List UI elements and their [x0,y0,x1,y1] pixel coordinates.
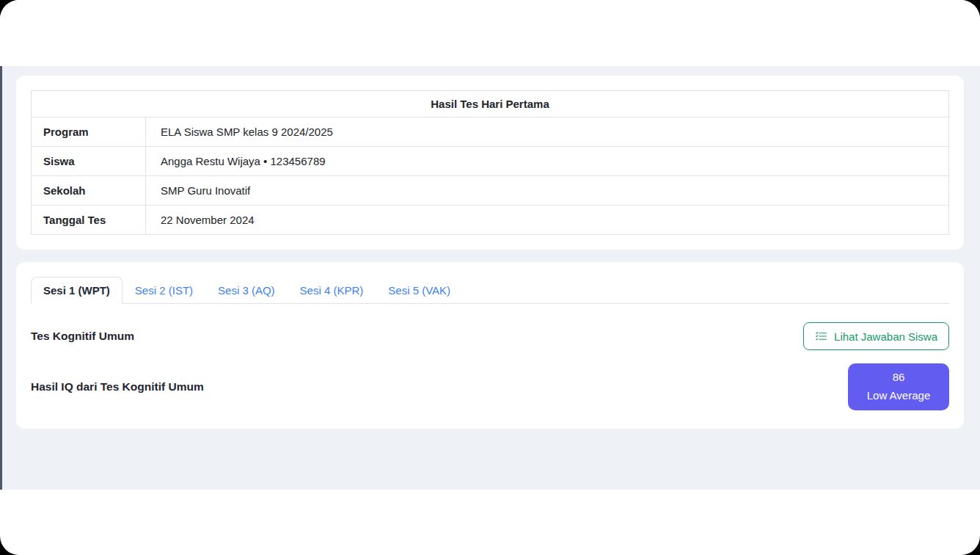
table-row-siswa: Siswa Angga Restu Wijaya • 123456789 [32,147,949,176]
section-header-row: Tes Kognitif Umum Lihat Jawaban Siswa [31,322,949,350]
table-row-program: Program ELA Siswa SMP kelas 9 2024/2025 [32,117,949,147]
row-value: ELA Siswa SMP kelas 9 2024/2025 [146,117,949,147]
view-answers-label: Lihat Jawaban Siswa [834,330,937,343]
page-header-spacer [0,0,980,66]
row-label: Sekolah [32,176,146,206]
row-label: Siswa [32,147,146,176]
row-value: Angga Restu Wijaya • 123456789 [146,147,949,176]
table-row-sekolah: Sekolah SMP Guru Inovatif [32,176,949,206]
test-info-table: Hasil Tes Hari Pertama Program ELA Siswa… [31,90,949,235]
tab-sesi-2-ist[interactable]: Sesi 2 (IST) [122,277,205,304]
row-value: 22 November 2024 [146,206,949,235]
iq-result-row: Hasil IQ dari Tes Kognitif Umum 86 Low A… [31,363,949,410]
tab-sesi-5-vak[interactable]: Sesi 5 (VAK) [376,277,463,304]
session-card: Sesi 1 (WPT) Sesi 2 (IST) Sesi 3 (AQ) Se… [16,262,964,429]
test-info-card: Hasil Tes Hari Pertama Program ELA Siswa… [16,76,964,250]
row-label: Tanggal Tes [32,206,146,235]
row-label: Program [32,117,146,147]
app-window: Hasil Tes Hari Pertama Program ELA Siswa… [0,0,980,555]
row-value: SMP Guru Inovatif [146,176,949,206]
section-title: Tes Kognitif Umum [31,330,134,343]
table-title: Hasil Tes Hari Pertama [32,91,949,117]
view-answers-button[interactable]: Lihat Jawaban Siswa [803,322,949,350]
session-tabs: Sesi 1 (WPT) Sesi 2 (IST) Sesi 3 (AQ) Se… [31,277,949,304]
table-header-row: Hasil Tes Hari Pertama [32,91,949,117]
iq-category: Low Average [860,387,937,405]
tab-sesi-1-wpt[interactable]: Sesi 1 (WPT) [31,277,122,304]
tab-sesi-4-kpr[interactable]: Sesi 4 (KPR) [288,277,376,304]
iq-result-label: Hasil IQ dari Tes Kognitif Umum [31,380,204,393]
content-area: Hasil Tes Hari Pertama Program ELA Siswa… [0,66,980,490]
iq-score: 86 [860,369,937,387]
iq-score-badge: 86 Low Average [848,363,949,410]
tab-sesi-3-aq[interactable]: Sesi 3 (AQ) [205,277,288,304]
table-row-tanggal-tes: Tanggal Tes 22 November 2024 [32,206,949,235]
sidebar-edge [0,66,2,490]
list-check-icon [815,330,827,343]
